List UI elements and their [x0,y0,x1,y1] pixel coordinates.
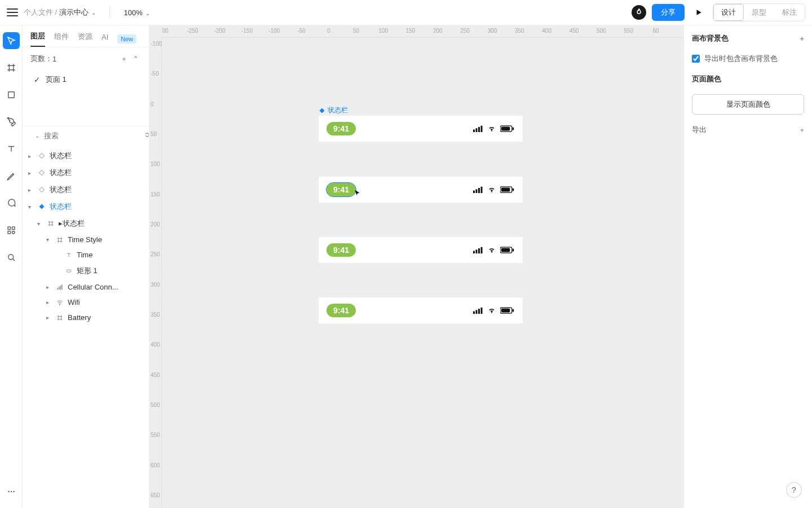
wifi-icon [487,186,497,194]
layer-row-group[interactable]: ▸ Cellular Conn... [23,279,149,295]
tab-design[interactable]: 设计 [713,4,744,21]
svg-rect-32 [478,248,480,253]
svg-point-15 [60,304,60,305]
canvas-bg-title: 画布背景色 + [692,33,804,43]
chevron-down-icon: ⌄ [91,10,96,16]
svg-rect-36 [513,248,514,251]
pen-tool[interactable] [3,113,20,130]
caret-icon[interactable]: ▸ [28,187,34,193]
svg-rect-29 [513,188,514,191]
svg-rect-39 [478,309,480,314]
layer-row-frame[interactable]: ▾ Time Style [23,232,149,247]
layer-label: 状态栏 [50,202,72,212]
search-input[interactable] [44,132,139,140]
zoom-select[interactable]: 100% ⌄ [123,8,150,17]
layer-row-component-instance[interactable]: ▸ 状态栏 [23,147,149,164]
svg-point-6 [8,491,9,492]
selected-frame-label[interactable]: 状态栏 [319,106,348,115]
tab-ai[interactable]: AI [102,33,108,46]
help-button[interactable]: ? [786,482,802,498]
svg-rect-37 [473,312,475,314]
svg-rect-17 [476,128,478,132]
caret-icon[interactable]: ▾ [46,237,52,243]
tab-layers[interactable]: 图层 [30,31,45,47]
tool-rail [0,25,23,508]
svg-rect-0 [8,92,14,98]
export-bg-checkbox[interactable] [692,55,700,63]
canvas-inner[interactable]: 状态栏 9:41 9:41 [162,38,683,508]
caret-icon[interactable]: ▸ [28,170,34,176]
caret-icon[interactable]: ▸ [46,284,52,290]
layer-row-component-instance[interactable]: ▸ 状态栏 [23,181,149,198]
frame-icon [46,220,55,227]
wifi-icon [487,306,497,314]
tab-components[interactable]: 组件 [54,32,69,46]
status-bar-frame[interactable]: 9:41 [319,237,523,263]
export-bg-checkbox-row[interactable]: 导出时包含画布背景色 [692,54,804,64]
canvas[interactable]: 00-250-200-150-100-500501001502002503003… [149,25,683,508]
svg-rect-1 [8,227,11,230]
menu-icon[interactable] [7,7,18,18]
text-tool[interactable] [3,141,20,157]
more-menu[interactable] [3,483,20,500]
time-pill[interactable]: 9:41 [326,183,356,196]
status-icons [473,186,515,194]
pencil-tool[interactable] [3,168,20,185]
page-color-title: 页面颜色 [692,74,804,84]
layer-row-group[interactable]: ▸ Wifi [23,295,149,310]
wifi-icon [55,299,64,306]
caret-icon[interactable]: ▸ [28,153,34,159]
svg-rect-2 [12,227,15,230]
show-page-color-button[interactable]: 显示页面颜色 [692,94,804,115]
battery-icon [500,246,515,254]
svg-rect-21 [501,127,510,131]
add-page-button[interactable]: + [118,53,130,64]
tab-resources[interactable]: 资源 [78,32,92,46]
collapse-pages-button[interactable]: ⌃ [130,53,141,64]
status-bar-frame[interactable]: 9:41 [319,177,523,203]
add-export-button[interactable]: + [800,126,804,134]
rectangle-tool[interactable] [3,86,20,103]
caret-icon[interactable]: ▾ [37,221,43,227]
fire-badge-icon[interactable] [632,5,646,20]
chevron-down-icon[interactable]: ⌄ [35,133,39,139]
caret-icon[interactable]: ▾ [28,204,34,210]
plugins-tool[interactable] [3,222,20,239]
share-button[interactable]: 分享 [652,4,685,21]
check-icon: ✓ [34,76,40,84]
wifi-icon [487,246,497,254]
layer-row-text[interactable]: Time [23,247,149,262]
frame-tool[interactable] [3,59,20,76]
text-icon [64,252,73,259]
time-pill[interactable]: 9:41 [326,122,356,135]
add-bg-button[interactable]: + [800,34,804,43]
layer-row-group[interactable]: ▸ Battery [23,310,149,325]
caret-icon[interactable]: ▸ [46,314,52,321]
layer-row-frame[interactable]: ▾ ▸状态栏 [23,215,149,232]
pages-label: 页数： [30,54,52,64]
svg-point-4 [12,231,15,234]
svg-rect-10 [67,270,71,272]
battery-icon [500,186,515,194]
status-bar-frame[interactable]: 9:41 [319,116,523,142]
page-item[interactable]: ✓ 页面 1 [23,70,149,89]
time-pill[interactable]: 9:41 [326,243,356,257]
tab-prototype[interactable]: 原型 [744,4,774,21]
tab-annotate[interactable]: 标注 [774,4,805,21]
breadcrumb[interactable]: 个人文件 / 演示中心 ⌄ [24,7,96,17]
layer-row-component-instance[interactable]: ▸ 状态栏 [23,164,149,181]
layer-row-master-component[interactable]: ▾ 状态栏 [23,198,149,215]
status-bar-frame[interactable]: 9:41 [319,297,523,323]
ruler-vertical: -100-50050100150200250300350400450500550… [149,38,162,508]
layer-row-rect[interactable]: 矩形 1 [23,262,149,279]
layer-label: Time [77,251,92,259]
play-button[interactable] [690,4,707,21]
time-pill[interactable]: 9:41 [326,304,356,317]
comment-tool[interactable] [3,195,20,212]
find-tool[interactable] [3,249,20,266]
right-panel: 画布背景色 + 导出时包含画布背景色 页面颜色 显示页面颜色 导出 + [683,25,812,508]
caret-icon[interactable]: ▸ [46,299,52,305]
section-title-text: 页面颜色 [692,74,721,84]
svg-rect-12 [59,287,60,290]
move-tool[interactable] [3,32,20,49]
